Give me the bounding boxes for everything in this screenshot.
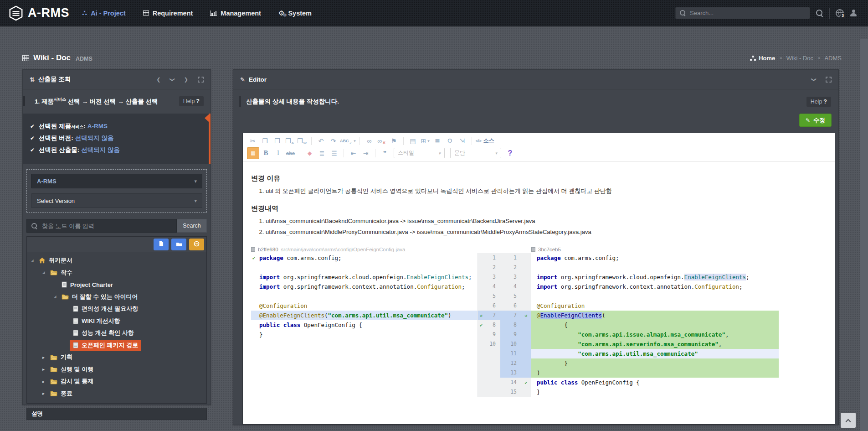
help-button[interactable]: Help? [806,97,831,107]
numbered-list-icon[interactable]: ≣ [316,148,328,159]
unlink-icon[interactable]: ∞✕ [376,135,387,146]
italic-icon[interactable]: I [272,148,284,159]
remove-node-button[interactable] [189,239,204,250]
product-dropdown[interactable]: A-RMS ▾ [31,174,202,188]
app-logo[interactable]: A-RMS [8,5,69,21]
copy-icon[interactable]: ❐ [259,135,271,146]
node-search-button[interactable]: Search [177,219,207,233]
tree-node[interactable]: WIKI 개선사항 [70,316,123,327]
tree-item-folder[interactable]: ◢더 잘할 수 있는 아이디어 [27,291,206,303]
expand-arrow-icon[interactable]: ▸ [40,355,47,360]
tree-node[interactable]: 성능 개선 확인 사항 [70,327,137,338]
maximize-icon[interactable]: ⇲ [457,135,468,146]
tree-node[interactable]: 실행 및 이행 [47,364,97,375]
tree-item-doc[interactable]: 편의성 개선 필요사항 [27,303,206,315]
chevron-down-icon[interactable]: ❯ [169,77,175,81]
tree-node[interactable]: 착수 [47,267,76,278]
menu-item-system[interactable]: ⚙⚙ System [278,10,312,17]
bold-icon[interactable]: B [260,148,272,159]
expand-arrow-icon[interactable]: ▸ [40,379,47,384]
tree-node[interactable]: 더 잘할 수 있는 아이디어 [58,291,141,302]
node-search-input[interactable] [41,222,172,230]
collapse-arrow-icon[interactable]: ◢ [51,295,58,299]
tree-item-doc[interactable]: Project Charter [27,279,206,291]
outdent-icon[interactable]: ⇤ [348,148,359,159]
tree-item-folder[interactable]: ▸종료 [27,388,206,400]
expand-arrow-icon[interactable]: ▸ [40,367,47,372]
tree-item-folder[interactable]: ◢착수 [27,267,206,279]
cut-icon[interactable]: ✂ [247,135,258,146]
indent-icon[interactable]: ⇥ [360,148,371,159]
tree-node[interactable]: 오픈페인 패키지 경로 [70,340,141,351]
tree-node[interactable]: 종료 [47,388,76,399]
collapse-arrow-icon[interactable]: ◢ [40,270,47,275]
search-submit-icon[interactable] [816,10,823,17]
format-select[interactable]: 문단▾ [450,148,501,158]
bullet-list-icon[interactable]: ☰ [329,148,340,159]
menu-item-ai-project[interactable]: ∴ Ai - Project [82,10,126,17]
spellcheck-icon[interactable]: ABC✓▾ [340,135,356,146]
source-icon[interactable]: </>소스 [476,135,494,146]
global-search-input[interactable] [689,9,806,17]
page-scrollbar-track[interactable] [860,39,868,431]
strikethrough-icon[interactable]: abc [285,148,296,159]
table-icon[interactable]: ⊞▾ [420,135,431,146]
breadcrumb-adms[interactable]: ADMS [824,55,842,62]
tree-item-folder[interactable]: ▸기획 [27,351,206,363]
tree-item-folder[interactable]: ▸실행 및 이행 [27,363,206,376]
diff-change-icon[interactable]: ✔ [480,320,483,330]
link-icon[interactable]: ∞ [364,135,375,146]
globe-notifications-icon[interactable]: 3 [836,9,844,17]
special-char-icon[interactable]: Ω [444,135,456,146]
redo-icon[interactable]: ↷ [328,135,339,146]
tree-item-doc[interactable]: 오픈페인 패키지 경로 [27,339,206,352]
paste-icon[interactable]: ❒ [272,135,283,146]
user-profile-icon[interactable] [850,10,857,16]
anchor-icon[interactable]: ⚑ [388,135,400,146]
chevron-down-icon[interactable]: ❯ [811,77,817,81]
tree-node[interactable]: 감시 및 통제 [47,376,97,387]
gutter-icon-cell [521,330,531,339]
style-select[interactable]: 스타일▾ [394,148,445,158]
horizontal-rule-icon[interactable]: ≣ [432,135,443,146]
diff-change-icon[interactable]: ↺ [521,311,531,320]
version-dropdown[interactable]: Select Version ▾ [31,193,202,208]
page-title-text: Wiki - Doc [33,53,71,62]
expand-icon[interactable] [826,77,832,83]
image-icon[interactable]: ▤ [407,135,419,146]
tree-item-doc[interactable]: WIKI 개선사항 [27,315,206,327]
diff-change-icon[interactable]: ✔ [521,378,531,387]
tree-item-doc[interactable]: 성능 개선 확인 사항 [27,327,206,339]
help-button[interactable]: Help? [179,96,204,106]
expand-arrow-icon[interactable]: ▸ [40,391,47,396]
tree-node[interactable]: Project Charter [58,280,116,290]
edit-button[interactable]: ✎ 수정 [799,114,832,127]
paste-word-icon[interactable]: ❒W [296,135,308,146]
diff-change-icon[interactable]: ↺ [480,311,483,320]
caret-down-icon: ▾ [194,178,197,184]
paste-text-icon[interactable]: ❒A [284,135,295,146]
chevron-right-icon[interactable]: ❯ [184,77,188,83]
menu-item-requirement[interactable]: Requirement [143,10,193,17]
chevron-left-icon[interactable]: ❮ [156,77,160,83]
tree-item-folder[interactable]: ▸감시 및 통제 [27,375,206,388]
undo-icon[interactable]: ↶ [315,135,327,146]
collapse-arrow-icon[interactable]: ◢ [29,259,36,263]
tree-item-home[interactable]: ◢위키문서 [27,254,206,267]
tree-node[interactable]: 편의성 개선 필요사항 [70,303,141,314]
blockquote-icon[interactable]: ❞ [379,148,390,159]
menu-item-management[interactable]: Management [210,10,261,17]
scroll-to-top-button[interactable] [841,413,856,428]
top-navbar: A-RMS ∴ Ai - Project Requirement Managem… [0,0,868,26]
remove-format-icon[interactable]: ◆ [304,148,315,159]
tree-node[interactable]: 위키문서 [36,255,76,266]
about-icon[interactable]: ? [504,148,516,159]
gutter-new-line-number: 9 [500,330,521,339]
show-blocks-icon[interactable]: ▦ [247,147,259,159]
open-folder-button[interactable] [171,239,186,250]
breadcrumb-home[interactable]: Home [750,55,775,62]
expand-icon[interactable] [198,77,204,83]
new-doc-button[interactable] [154,239,169,250]
tree-node[interactable]: 기획 [47,352,76,363]
breadcrumb-wiki-doc[interactable]: Wiki - Doc [786,55,813,62]
